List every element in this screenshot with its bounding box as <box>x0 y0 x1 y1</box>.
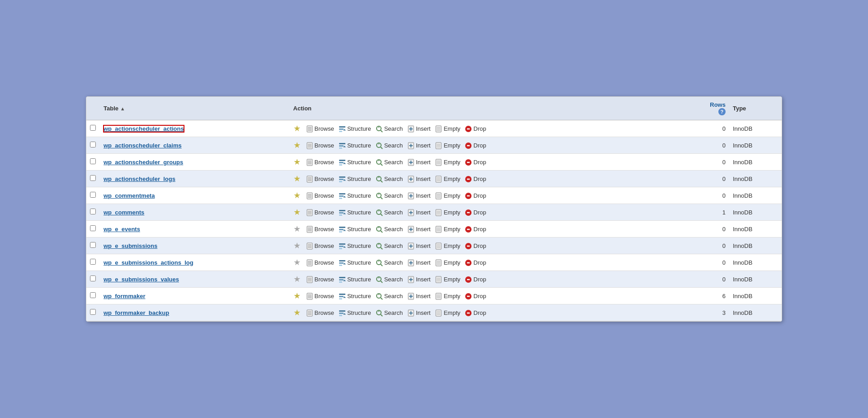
empty-button[interactable]: Empty <box>433 241 462 251</box>
insert-button[interactable]: Insert <box>406 174 433 184</box>
insert-button[interactable]: Insert <box>406 308 433 318</box>
search-button[interactable]: Search <box>374 157 405 167</box>
insert-button[interactable]: Insert <box>406 291 433 301</box>
row-checkbox[interactable] <box>90 209 96 214</box>
row-checkbox[interactable] <box>90 242 96 248</box>
drop-button[interactable]: Drop <box>463 157 488 167</box>
structure-button[interactable]: Structure <box>337 141 373 150</box>
row-checkbox[interactable] <box>90 125 96 131</box>
empty-button[interactable]: Empty <box>433 124 462 133</box>
empty-button[interactable]: Empty <box>433 157 462 167</box>
row-checkbox[interactable] <box>90 158 96 164</box>
structure-button[interactable]: Structure <box>337 191 373 200</box>
rows-help-icon[interactable]: ? <box>718 108 726 115</box>
structure-button[interactable]: Structure <box>337 174 373 184</box>
empty-button[interactable]: Empty <box>433 308 462 318</box>
browse-button[interactable]: Browse <box>304 208 336 217</box>
row-checkbox[interactable] <box>90 259 96 265</box>
empty-button[interactable]: Empty <box>433 191 462 200</box>
row-checkbox[interactable] <box>90 192 96 198</box>
table-name-link[interactable]: wp_comments <box>104 209 144 216</box>
drop-button[interactable]: Drop <box>463 241 488 251</box>
browse-button[interactable]: Browse <box>304 275 336 284</box>
browse-button[interactable]: Browse <box>304 291 336 301</box>
drop-button[interactable]: Drop <box>463 291 488 301</box>
search-button[interactable]: Search <box>374 174 405 184</box>
row-checkbox[interactable] <box>90 309 96 315</box>
favorite-icon[interactable]: ★ <box>293 257 301 267</box>
row-checkbox[interactable] <box>90 142 96 147</box>
table-col-header[interactable]: Table ▲ <box>100 97 290 120</box>
table-name-link[interactable]: wp_formmaker <box>104 293 145 299</box>
insert-button[interactable]: Insert <box>406 141 433 150</box>
browse-button[interactable]: Browse <box>304 124 336 133</box>
table-name-link[interactable]: wp_actionscheduler_claims <box>104 142 182 149</box>
structure-button[interactable]: Structure <box>337 157 373 167</box>
insert-button[interactable]: Insert <box>406 258 433 267</box>
structure-button[interactable]: Structure <box>337 308 373 318</box>
empty-button[interactable]: Empty <box>433 224 462 234</box>
drop-button[interactable]: Drop <box>463 224 488 234</box>
drop-button[interactable]: Drop <box>463 174 488 184</box>
table-name-link[interactable]: wp_commentmeta <box>104 192 155 199</box>
structure-button[interactable]: Structure <box>337 241 373 251</box>
drop-button[interactable]: Drop <box>463 191 488 200</box>
browse-button[interactable]: Browse <box>304 174 336 184</box>
drop-button[interactable]: Drop <box>463 275 488 284</box>
insert-button[interactable]: Insert <box>406 124 433 133</box>
row-checkbox[interactable] <box>90 276 96 281</box>
table-name-link[interactable]: wp_actionscheduler_actions <box>104 125 184 132</box>
search-button[interactable]: Search <box>374 258 405 267</box>
table-name-link[interactable]: wp_formmaker_backup <box>104 309 169 316</box>
browse-button[interactable]: Browse <box>304 258 336 267</box>
row-checkbox[interactable] <box>90 225 96 231</box>
structure-button[interactable]: Structure <box>337 291 373 301</box>
empty-button[interactable]: Empty <box>433 141 462 150</box>
empty-button[interactable]: Empty <box>433 208 462 217</box>
insert-button[interactable]: Insert <box>406 157 433 167</box>
browse-button[interactable]: Browse <box>304 141 336 150</box>
table-name-link[interactable]: wp_actionscheduler_logs <box>104 176 175 182</box>
structure-button[interactable]: Structure <box>337 224 373 234</box>
table-name-link[interactable]: wp_e_submissions_values <box>104 276 179 283</box>
structure-button[interactable]: Structure <box>337 258 373 267</box>
favorite-icon[interactable]: ★ <box>293 241 301 251</box>
row-checkbox[interactable] <box>90 175 96 181</box>
favorite-icon[interactable]: ★ <box>293 174 301 184</box>
browse-button[interactable]: Browse <box>304 241 336 251</box>
drop-button[interactable]: Drop <box>463 208 488 217</box>
structure-button[interactable]: Structure <box>337 275 373 284</box>
favorite-icon[interactable]: ★ <box>293 291 301 301</box>
table-name-link[interactable]: wp_e_events <box>104 226 140 233</box>
favorite-icon[interactable]: ★ <box>293 157 301 167</box>
drop-button[interactable]: Drop <box>463 141 488 150</box>
structure-button[interactable]: Structure <box>337 124 373 133</box>
search-button[interactable]: Search <box>374 191 405 200</box>
drop-button[interactable]: Drop <box>463 124 488 133</box>
structure-button[interactable]: Structure <box>337 208 373 217</box>
empty-button[interactable]: Empty <box>433 258 462 267</box>
search-button[interactable]: Search <box>374 291 405 301</box>
insert-button[interactable]: Insert <box>406 275 433 284</box>
search-button[interactable]: Search <box>374 124 405 133</box>
favorite-icon[interactable]: ★ <box>293 308 301 318</box>
search-button[interactable]: Search <box>374 224 405 234</box>
favorite-icon[interactable]: ★ <box>293 190 301 200</box>
empty-button[interactable]: Empty <box>433 174 462 184</box>
favorite-icon[interactable]: ★ <box>293 140 301 150</box>
drop-button[interactable]: Drop <box>463 308 488 318</box>
search-button[interactable]: Search <box>374 241 405 251</box>
browse-button[interactable]: Browse <box>304 224 336 234</box>
insert-button[interactable]: Insert <box>406 241 433 251</box>
favorite-icon[interactable]: ★ <box>293 124 301 133</box>
empty-button[interactable]: Empty <box>433 275 462 284</box>
search-button[interactable]: Search <box>374 308 405 318</box>
table-name-link[interactable]: wp_actionscheduler_groups <box>104 159 183 166</box>
favorite-icon[interactable]: ★ <box>293 224 301 234</box>
browse-button[interactable]: Browse <box>304 191 336 200</box>
insert-button[interactable]: Insert <box>406 208 433 217</box>
search-button[interactable]: Search <box>374 275 405 284</box>
browse-button[interactable]: Browse <box>304 308 336 318</box>
table-name-link[interactable]: wp_e_submissions <box>104 242 157 249</box>
insert-button[interactable]: Insert <box>406 224 433 234</box>
